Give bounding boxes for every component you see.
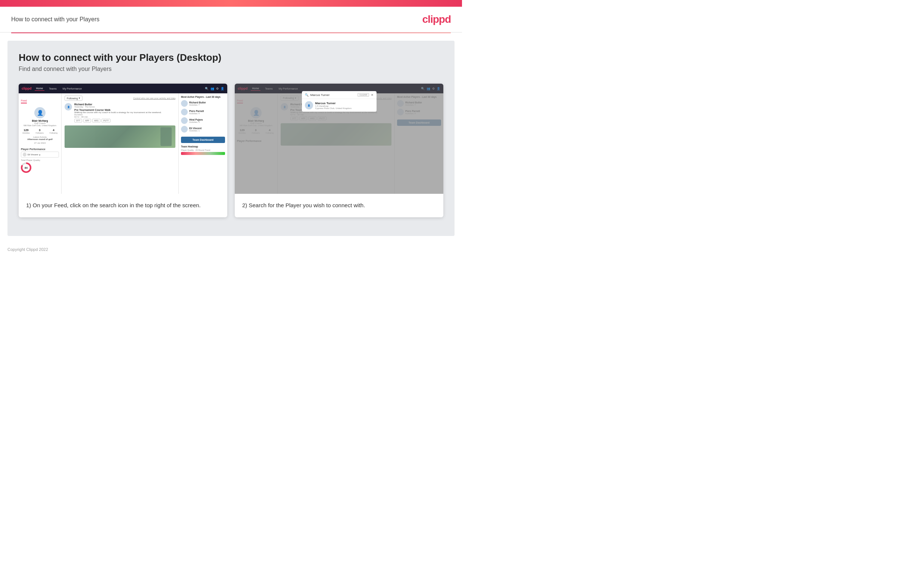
- nav-item-my-performance[interactable]: My Performance: [61, 87, 83, 91]
- search-input-text[interactable]: Marcus Turner: [311, 93, 356, 97]
- screenshot-panel-1: clippd Home Teams My Performance 🔍 👥 ⚙ 👤: [19, 84, 227, 217]
- app-nav-1: clippd Home Teams My Performance 🔍 👥 ⚙ 👤: [19, 84, 227, 93]
- close-button[interactable]: ✕: [371, 93, 374, 97]
- copyright: Copyright Clippd 2022: [8, 247, 48, 252]
- header-divider: [11, 32, 451, 33]
- control-link[interactable]: Control who can see your activity and da…: [133, 97, 175, 99]
- player-performance-label: Player Performance: [21, 148, 59, 151]
- player-item-2: Piers Parnell Activities: 4: [181, 109, 225, 115]
- player-item-4: Eli Vincent Activities: 1: [181, 126, 225, 133]
- player-info-1: Richard Butler Activities: 7: [189, 101, 225, 106]
- main-subheading: Find and connect with your Players: [19, 66, 443, 72]
- quality-circle: 84: [21, 162, 31, 173]
- player-activities-1: Activities: 7: [189, 104, 225, 106]
- player-info-2: Piers Parnell Activities: 4: [189, 110, 225, 115]
- search-result-info: Marcus Turner 1-5 Handicap Cypress Point…: [316, 102, 374, 109]
- page-title: How to connect with your Players: [11, 16, 100, 23]
- player-activities-2: Activities: 4: [189, 112, 225, 115]
- heatmap-bar: [181, 152, 225, 155]
- app-left-panel: Feed Blair McHarg Golf Coach Mill Ride G…: [19, 93, 61, 194]
- player-name-1: Richard Butler: [189, 101, 225, 104]
- search-icon[interactable]: 🔍: [205, 87, 209, 90]
- stat-followers-num: 3: [36, 128, 44, 132]
- player-select-name: Eli Vincent: [28, 153, 38, 156]
- shot-tags: OTT APP ARG PUTT: [74, 119, 175, 122]
- tag-ott: OTT: [74, 119, 82, 122]
- profile-stats: 129 Activities 3 Followers 4 Following: [23, 128, 57, 134]
- activity-user-name: Richard Butler: [74, 103, 175, 106]
- header: How to connect with your Players clippd: [0, 7, 462, 32]
- stat-following-num: 4: [50, 128, 57, 132]
- screenshot-panel-2: clippd Home Teams My Performance 🔍 👥 ⚙ 👤…: [235, 84, 443, 217]
- logo: clippd: [422, 13, 451, 25]
- most-active-title: Most Active Players - Last 30 days: [181, 96, 225, 98]
- search-result-name: Marcus Turner: [316, 102, 374, 105]
- player-info-3: Hiral Pujara Activities: 3: [189, 119, 225, 123]
- player-select[interactable]: Eli Vincent ▾: [21, 152, 59, 157]
- search-input-row: 🔍 Marcus Turner CLEAR ✕: [302, 91, 377, 99]
- activity-meta: Yesterday · The Grove: [74, 106, 175, 108]
- search-result-item[interactable]: 👤 Marcus Turner 1-5 Handicap Cypress Poi…: [302, 99, 377, 112]
- main-content: How to connect with your Players (Deskto…: [8, 41, 455, 236]
- player-name-4: Eli Vincent: [189, 127, 225, 130]
- app-screenshot-2: clippd Home Teams My Performance 🔍 👥 ⚙ 👤…: [235, 84, 443, 194]
- app-middle-panel: Following ▾ Control who can see your act…: [61, 93, 179, 194]
- tag-putt: PUTT: [102, 119, 110, 122]
- search-icon-overlay: 🔍: [305, 93, 309, 97]
- stat-followers-label: Followers: [36, 132, 44, 134]
- stat-following: 4 Following: [50, 128, 57, 134]
- player-activities-3: Activities: 3: [189, 121, 225, 123]
- player-item-3: Hiral Pujara Activities: 3: [181, 117, 225, 124]
- avatar-icon[interactable]: 👤: [220, 87, 224, 90]
- player-avatar-3: [181, 117, 188, 124]
- player-avatar-4: [181, 126, 188, 133]
- screenshots-container: clippd Home Teams My Performance 🔍 👥 ⚙ 👤: [19, 84, 443, 217]
- activity-item: 👤 Richard Butler Yesterday · The Grove P…: [65, 103, 175, 122]
- player-info-4: Eli Vincent Activities: 1: [189, 127, 225, 132]
- footer: Copyright Clippd 2022: [0, 244, 462, 255]
- stat-activities: 129 Activities: [23, 128, 30, 134]
- search-result-avatar: 👤: [305, 101, 313, 109]
- nav-item-home[interactable]: Home: [35, 86, 45, 91]
- activity-duration: 02 hr : 00 min: [74, 116, 175, 118]
- player-item-1: Richard Butler Activities: 7: [181, 100, 225, 107]
- player-activities-4: Activities: 1: [189, 130, 225, 132]
- player-name-2: Piers Parnell: [189, 110, 225, 112]
- main-heading: How to connect with your Players (Deskto…: [19, 52, 443, 63]
- following-button[interactable]: Following ▾: [65, 96, 83, 101]
- activity-title: Pre Tournament Course Walk: [74, 109, 175, 111]
- profile-name: Blair McHarg: [23, 120, 57, 122]
- player-select-avatar: [23, 153, 26, 156]
- quality-label: Total Player Quality: [21, 159, 59, 161]
- player-name-3: Hiral Pujara: [189, 119, 225, 121]
- player-avatar-1: [181, 100, 188, 107]
- tag-arg: ARG: [92, 119, 100, 122]
- activity-avatar: 👤: [65, 103, 72, 110]
- top-gradient-bar: [0, 0, 462, 7]
- nav-item-teams[interactable]: Teams: [47, 87, 58, 91]
- profile-club: Mill Ride Golf Club, United Kingdom: [23, 124, 57, 127]
- activity-desc: Walking the course with my coach to buil…: [74, 111, 175, 114]
- team-heatmap-title: Team Heatmap: [181, 145, 225, 148]
- settings-icon[interactable]: ⚙: [216, 87, 219, 90]
- team-dashboard-button[interactable]: Team Dashboard: [181, 136, 225, 143]
- caption-2: 2) Search for the Player you wish to con…: [235, 194, 443, 217]
- people-icon[interactable]: 👥: [210, 87, 214, 90]
- quality-number: 84: [24, 167, 28, 169]
- team-heatmap-subtitle: Player Quality · 20 Round Trend: [181, 149, 225, 151]
- tag-app: APP: [83, 119, 91, 122]
- step1-text: 1) On your Feed, click on the search ico…: [26, 202, 201, 208]
- stat-activities-label: Activities: [23, 132, 30, 134]
- dropdown-icon[interactable]: ▾: [39, 153, 40, 156]
- clear-button[interactable]: CLEAR: [358, 93, 369, 97]
- search-result-club: Cypress Point Club, United Kingdom: [316, 107, 374, 109]
- feed-tab[interactable]: Feed: [21, 99, 27, 104]
- latest-activity-name: Afternoon round of golf: [23, 138, 57, 140]
- app-nav-logo: clippd: [22, 87, 32, 90]
- app-screenshot-1: clippd Home Teams My Performance 🔍 👥 ⚙ 👤: [19, 84, 227, 194]
- stat-activities-num: 129: [23, 128, 30, 132]
- stat-following-label: Following: [50, 132, 57, 134]
- app-body-1: Feed Blair McHarg Golf Coach Mill Ride G…: [19, 93, 227, 194]
- caption-1: 1) On your Feed, click on the search ico…: [19, 194, 227, 217]
- profile-card: Blair McHarg Golf Coach Mill Ride Golf C…: [21, 106, 59, 146]
